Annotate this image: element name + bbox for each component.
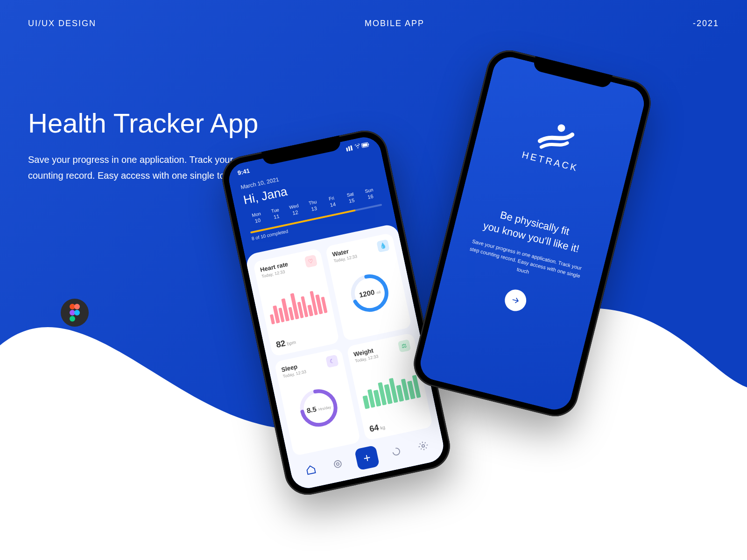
- page-header: UI/UX DESIGN MOBILE APP -2021: [0, 19, 747, 28]
- wave-shape: [0, 233, 747, 560]
- hero-subtitle: Save your progress in one application. T…: [28, 152, 289, 183]
- svg-point-1: [74, 304, 80, 309]
- hero-section: Health Tracker App Save your progress in…: [28, 107, 289, 183]
- svg-point-3: [74, 310, 80, 315]
- hero-title: Health Tracker App: [28, 107, 289, 139]
- header-center: MOBILE APP: [365, 19, 424, 28]
- svg-point-4: [70, 316, 75, 322]
- header-left: UI/UX DESIGN: [28, 19, 96, 28]
- header-right: -2021: [693, 19, 719, 28]
- figma-icon: [61, 299, 89, 327]
